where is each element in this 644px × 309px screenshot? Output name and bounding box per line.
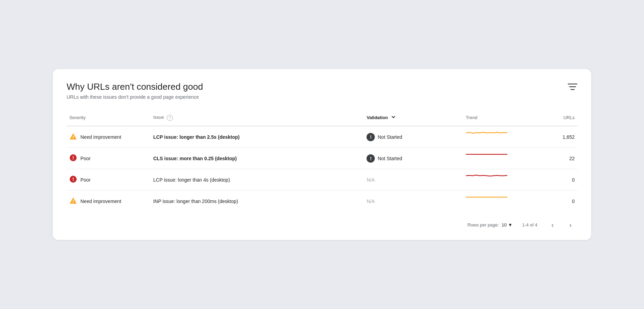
validation-cell: N/A	[364, 169, 463, 191]
urls-count: 0	[539, 191, 577, 212]
col-urls: URLs	[539, 111, 577, 126]
header-text: Why URLs aren't considered good URLs wit…	[67, 81, 203, 100]
col-validation[interactable]: Validation	[364, 111, 463, 126]
rows-per-page-value: 10	[502, 222, 507, 228]
severity-cell: ! Need improvement	[69, 197, 148, 205]
issue-cell[interactable]: LCP issue: longer than 4s (desktop)	[150, 169, 364, 191]
trend-cell	[463, 191, 539, 204]
card-subtitle: URLs with these issues don't provide a g…	[67, 94, 203, 100]
validation-label: N/A	[367, 177, 374, 183]
issue-cell[interactable]: CLS issue: more than 0.25 (desktop)	[150, 148, 364, 169]
error-icon: !	[69, 175, 77, 184]
next-page-button[interactable]: ›	[565, 219, 576, 230]
issues-table: Severity Issue ? Validation	[67, 111, 577, 212]
severity-label: Poor	[80, 156, 91, 161]
trend-line	[466, 191, 507, 204]
urls-count: 0	[539, 169, 577, 191]
urls-count: 1,652	[539, 126, 577, 148]
issue-cell[interactable]: INP issue: longer than 200ms (desktop)	[150, 191, 364, 212]
table-row[interactable]: ! Poor CLS issue: more than 0.25 (deskto…	[67, 148, 577, 169]
severity-label: Need improvement	[80, 199, 121, 204]
trend-line	[466, 127, 507, 140]
trend-cell	[463, 148, 539, 162]
severity-cell: ! Poor	[69, 175, 148, 184]
validation-label: Not Started	[378, 156, 402, 161]
table-row[interactable]: ! Need improvement LCP issue: longer tha…	[67, 126, 577, 148]
validation-content: ! Not Started	[367, 154, 460, 163]
rows-dropdown-icon: ▼	[508, 222, 513, 228]
table-footer: Rows per page: 10 ▼ 1-4 of 4 ‹ ›	[67, 219, 577, 230]
col-trend: Trend	[463, 111, 539, 126]
issue-text: LCP issue: longer than 4s (desktop)	[153, 177, 230, 183]
card-header: Why URLs aren't considered good URLs wit…	[67, 81, 577, 100]
validation-cell: ! Not Started	[364, 148, 463, 169]
svg-text:!: !	[72, 199, 74, 204]
svg-text:!: !	[72, 135, 74, 140]
trend-line	[466, 170, 507, 183]
issue-cell[interactable]: LCP issue: longer than 2.5s (desktop)	[150, 126, 364, 148]
svg-rect-1	[569, 86, 576, 87]
trend-cell	[463, 169, 539, 183]
rows-per-page: Rows per page: 10 ▼	[468, 222, 513, 228]
trend-line	[466, 148, 507, 162]
issue-text: LCP issue: longer than 2.5s (desktop)	[153, 134, 240, 140]
warning-icon: !	[69, 133, 77, 141]
svg-text:!: !	[72, 155, 74, 161]
validation-status-icon: !	[367, 133, 375, 141]
validation-label: N/A	[367, 199, 374, 204]
error-icon: !	[69, 154, 77, 163]
rows-per-page-select[interactable]: 10 ▼	[502, 222, 513, 228]
svg-text:!: !	[72, 176, 74, 182]
validation-cell: ! Not Started	[364, 126, 463, 148]
svg-rect-2	[570, 89, 575, 90]
main-card: Why URLs aren't considered good URLs wit…	[53, 69, 591, 240]
trend-cell	[463, 126, 539, 140]
card-title: Why URLs aren't considered good	[67, 81, 203, 92]
table-row[interactable]: ! Need improvement INP issue: longer tha…	[67, 191, 577, 212]
table-header-row: Severity Issue ? Validation	[67, 111, 577, 126]
issue-text: INP issue: longer than 200ms (desktop)	[153, 199, 238, 204]
severity-label: Poor	[80, 177, 91, 183]
validation-label: Not Started	[378, 134, 402, 140]
issue-text: CLS issue: more than 0.25 (desktop)	[153, 156, 237, 161]
rows-per-page-label: Rows per page:	[468, 222, 499, 228]
issue-help-icon[interactable]: ?	[167, 115, 173, 121]
pagination-info: 1-4 of 4	[522, 222, 537, 228]
col-severity: Severity	[67, 111, 150, 126]
severity-cell: ! Poor	[69, 154, 148, 163]
warning-icon: !	[69, 197, 77, 205]
svg-rect-0	[568, 84, 577, 85]
validation-cell: N/A	[364, 191, 463, 212]
validation-content: ! Not Started	[367, 133, 460, 141]
sort-down-icon	[391, 114, 396, 121]
severity-label: Need improvement	[80, 134, 121, 140]
validation-status-icon: !	[367, 154, 375, 163]
prev-page-button[interactable]: ‹	[547, 219, 558, 230]
filter-icon[interactable]	[568, 83, 577, 93]
urls-count: 22	[539, 148, 577, 169]
table-row[interactable]: ! Poor LCP issue: longer than 4s (deskto…	[67, 169, 577, 191]
col-issue: Issue ?	[150, 111, 364, 126]
severity-cell: ! Need improvement	[69, 133, 148, 141]
